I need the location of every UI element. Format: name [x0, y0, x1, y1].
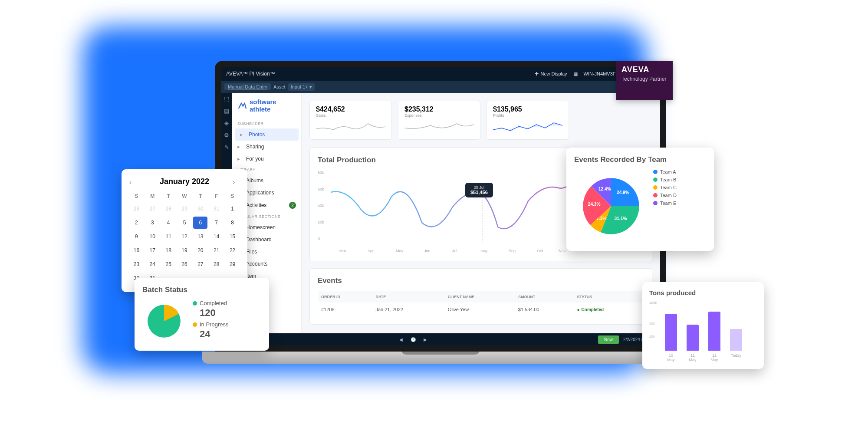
kpi-card: $235,312Expenses: [398, 101, 480, 140]
icon-rail: ⬚ ▤ ◈ ⚙ ✎: [221, 93, 232, 154]
kpi-card: $135,965Profits: [487, 101, 569, 140]
calendar-day[interactable]: 28: [209, 258, 224, 270]
rail-icon[interactable]: ⚙: [223, 132, 230, 139]
chart-tooltip: 25 Jul $51,456: [465, 183, 493, 197]
calendar-day[interactable]: 22: [225, 244, 240, 256]
calendar-day[interactable]: 20: [193, 244, 207, 256]
badge-brand: AVEVA: [621, 65, 667, 74]
bar: [665, 314, 677, 351]
legend-item: Team E: [653, 201, 677, 206]
subheader-label: SUBHEADER: [232, 119, 301, 128]
next-month-button[interactable]: ›: [233, 178, 240, 185]
tons-title: Tons produced: [649, 289, 757, 296]
svg-text:24.9%: 24.9%: [617, 190, 629, 195]
calendar-day[interactable]: 9: [129, 230, 144, 243]
events-table: ORDER IDDATECLIENT NAMEAMOUNTSTATUS #120…: [318, 291, 644, 316]
rail-icon[interactable]: ◈: [223, 120, 230, 127]
calendar-title: January 2022: [160, 177, 209, 186]
calendar-day[interactable]: 1: [225, 203, 240, 215]
bar: [687, 325, 699, 351]
app-title: AVEVA™ PI Vision™: [226, 71, 275, 77]
logo: software athlete: [232, 98, 301, 119]
rail-icon[interactable]: ▤: [223, 108, 230, 115]
new-display-button[interactable]: ✚ New Display: [535, 71, 567, 77]
team-events-pie: 24.9%31.1%7.3%24.3%12.4%: [574, 169, 648, 243]
calendar-day[interactable]: 25: [161, 258, 176, 270]
legend-item: Team B: [653, 177, 677, 182]
calendar-day[interactable]: 18: [161, 244, 176, 256]
calendar-day[interactable]: 23: [129, 258, 144, 270]
prev-icon[interactable]: ◀: [399, 337, 403, 342]
calendar-day[interactable]: 4: [161, 217, 176, 229]
batch-title: Batch Status: [142, 286, 261, 294]
calendar-day[interactable]: 21: [209, 244, 224, 256]
calendar-day[interactable]: 13: [193, 230, 207, 243]
kpi-card: $424,652Sales: [309, 101, 392, 140]
prev-month-button[interactable]: ‹: [129, 178, 136, 185]
bar: [708, 312, 720, 351]
calendar-day[interactable]: 11: [161, 230, 176, 243]
now-button[interactable]: Now: [598, 335, 619, 344]
events-title: Events: [318, 276, 644, 285]
titlebar: AVEVA™ PI Vision™ ✚ New Display ▦ WIN-JN…: [221, 67, 660, 81]
events-panel: Events ORDER IDDATECLIENT NAMEAMOUNTSTAT…: [309, 268, 652, 325]
svg-text:31.1%: 31.1%: [615, 216, 627, 221]
legend-item: Team D: [653, 193, 677, 198]
team-events-title: Events Recorded By Team: [574, 155, 706, 164]
partner-badge: AVEVA Technology Partner: [616, 61, 673, 100]
team-events-card: Events Recorded By Team 24.9%31.1%7.3%24…: [566, 148, 714, 251]
calendar-day[interactable]: 19: [178, 244, 192, 256]
calendar-day[interactable]: 27: [193, 258, 207, 270]
input-dropdown[interactable]: Input 1+ ▾: [288, 83, 315, 91]
calendar-day[interactable]: 7: [209, 217, 224, 229]
calendar-day[interactable]: 15: [225, 230, 240, 243]
legend-item: Team A: [653, 169, 677, 174]
time-icon[interactable]: 🕗: [411, 337, 416, 342]
rail-icon[interactable]: ⬚: [223, 95, 230, 102]
calendar-day[interactable]: 6: [193, 217, 207, 229]
calendar-day[interactable]: 29: [225, 258, 240, 270]
bottom-bar: ⟳ ◀ 🕗 ▶ Now 2/2/2024 5:07:05: [221, 333, 660, 345]
svg-text:24.3%: 24.3%: [588, 202, 601, 207]
manual-data-entry-link[interactable]: Manual Data Entry: [224, 83, 271, 90]
bar: [730, 329, 742, 351]
calendar-day[interactable]: 2: [129, 217, 144, 229]
batch-pie-chart: [142, 299, 186, 343]
calendar-day[interactable]: 12: [178, 230, 192, 243]
nav-item[interactable]: ▸For you: [232, 153, 301, 165]
svg-text:12.4%: 12.4%: [598, 187, 611, 191]
next-icon[interactable]: ▶: [424, 337, 427, 342]
legend-item: In Progress: [193, 321, 228, 328]
batch-status-card: Batch Status Completed120In Progress24: [135, 278, 269, 351]
nav-item[interactable]: ▸Photos: [235, 128, 299, 141]
calendar-day[interactable]: 17: [145, 244, 160, 256]
layout-icon[interactable]: ▦: [573, 71, 578, 77]
legend-item: Completed: [193, 300, 228, 306]
calendar-day[interactable]: 14: [209, 230, 224, 243]
calendar-day[interactable]: 3: [145, 217, 160, 229]
status-badge: Completed: [577, 307, 604, 312]
nav-item[interactable]: ▸Sharing: [232, 141, 301, 153]
rail-icon[interactable]: ✎: [223, 144, 230, 151]
legend-item: Team C: [653, 185, 677, 190]
calendar-day[interactable]: 16: [129, 244, 144, 256]
calendar-card: ‹ January 2022 › SMTWTFS2627282930311234…: [122, 169, 247, 292]
calendar-day[interactable]: 5: [178, 217, 192, 229]
table-row[interactable]: #1208 Jan 21, 2022 Olive Yew $1,534.00 C…: [318, 302, 644, 316]
badge-subtitle: Technology Partner: [621, 76, 667, 82]
calendar-day[interactable]: 10: [145, 230, 160, 243]
logo-icon: [237, 101, 247, 110]
toolbar: Manual Data Entry Asset Input 1+ ▾: [221, 81, 660, 93]
calendar-day[interactable]: 26: [178, 258, 192, 270]
asset-label: Asset: [273, 84, 286, 89]
tons-produced-card: Tons produced 100K 50K 25K 10 May11 May1…: [642, 282, 764, 369]
calendar-day[interactable]: 24: [145, 258, 160, 270]
calendar-day[interactable]: 8: [225, 217, 240, 229]
